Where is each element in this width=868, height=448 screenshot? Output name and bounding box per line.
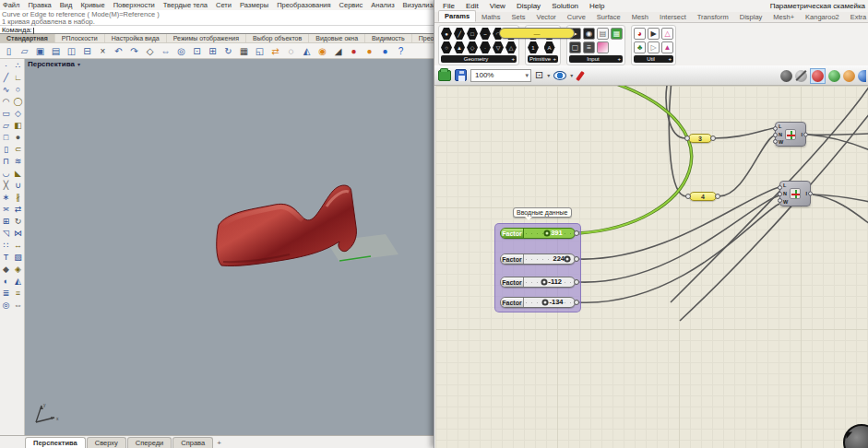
gh-menu-edit[interactable]: Edit — [466, 2, 479, 10]
arc-tool-icon[interactable]: ◠ — [0, 95, 12, 107]
geometry-param-icon[interactable]: · — [480, 41, 491, 53]
fillet-tool-icon[interactable]: ◡ — [0, 167, 12, 179]
jump-out-icon[interactable]: ▷ — [648, 41, 660, 53]
tab-intersect[interactable]: Intersect — [654, 12, 692, 22]
button-icon[interactable]: ▢ — [569, 41, 581, 53]
output-port[interactable] — [710, 136, 716, 141]
gh-menu-help[interactable]: Help — [589, 2, 604, 10]
bench-surface-3d-model[interactable] — [205, 170, 408, 285]
box-tool-icon[interactable]: □ — [0, 131, 12, 143]
pan-icon[interactable]: ⇔ — [159, 44, 172, 57]
dimension-tool-icon[interactable]: ↔ — [12, 239, 24, 251]
number-slider[interactable]: Factor -134 — [500, 297, 576, 308]
geometry-param-icon[interactable]: ○ — [441, 41, 452, 53]
input-port[interactable] — [778, 198, 782, 203]
output-port[interactable] — [574, 256, 579, 262]
offset-tool-icon[interactable]: ≍ — [0, 203, 12, 215]
menu-transform[interactable]: Преобразования — [277, 1, 330, 9]
number-slider[interactable]: Factor 391 — [500, 228, 576, 239]
loft-tool-icon[interactable]: ≋ — [12, 155, 24, 167]
cluster-icon[interactable]: ▲ — [661, 41, 673, 53]
custom-preview-orange-icon[interactable] — [843, 70, 855, 82]
slider-knob[interactable] — [564, 256, 570, 263]
slider-track[interactable]: -134 — [524, 298, 575, 307]
lock-icon[interactable]: ◭ — [300, 44, 314, 57]
slider-track[interactable]: -112 — [524, 277, 575, 287]
custom-preview-blue-icon[interactable] — [858, 70, 866, 82]
join-tool-icon[interactable]: ∪ — [12, 179, 24, 191]
corner-srf-tool-icon[interactable]: ◧ — [12, 119, 24, 131]
canvas-compass-widget[interactable] — [843, 424, 868, 448]
chevron-down-icon[interactable]: ▾ — [547, 72, 550, 78]
split-tool-icon[interactable]: ∦ — [12, 191, 24, 203]
point-light-icon[interactable]: ◉ — [315, 44, 329, 57]
view-tab-front[interactable]: Спереди — [127, 437, 172, 448]
render-icon[interactable]: ● — [347, 44, 361, 57]
zoom-extents-icon[interactable]: ⊞ — [206, 44, 220, 57]
menu-view[interactable]: Вид — [60, 1, 73, 9]
curve-tool-icon[interactable]: ∿ — [0, 83, 12, 95]
tab-vector[interactable]: Vector — [531, 12, 562, 22]
tab-sets[interactable]: Sets — [506, 12, 531, 22]
named-views-icon[interactable]: ▦ — [237, 44, 251, 57]
pan-tool-icon[interactable]: ⇔ — [12, 299, 24, 311]
array-tool-icon[interactable]: ∷ — [0, 239, 12, 251]
grasshopper-canvas[interactable]: Вводные данные Factor 391 Factor 224 Fac… — [435, 86, 868, 448]
hide-icon[interactable]: ◌ — [284, 44, 298, 57]
primitive-group-label[interactable]: Primitive+ — [528, 55, 558, 63]
input-port[interactable] — [685, 194, 691, 199]
geometry-param-icon[interactable]: △ — [505, 41, 517, 53]
input-port[interactable] — [773, 133, 778, 137]
input-group-label[interactable]: Input+ — [569, 55, 623, 63]
galapagos-icon[interactable]: ♣ — [634, 41, 646, 53]
input-port[interactable] — [684, 136, 690, 141]
undo-icon[interactable]: ↶ — [112, 44, 125, 57]
visibility-tool-icon[interactable]: ◐ — [0, 275, 12, 287]
menu-edit[interactable]: Правка — [28, 1, 51, 9]
chevron-down-icon[interactable]: ▾ — [570, 72, 573, 78]
menu-solids[interactable]: Твердые тела — [163, 1, 208, 9]
panel-icon[interactable]: ▤ — [597, 28, 609, 40]
print-icon[interactable]: ▤ — [49, 44, 63, 57]
add-viewport-icon[interactable]: + — [214, 438, 224, 448]
move-tool-icon[interactable]: ⇄ — [12, 203, 24, 215]
text-tool-icon[interactable]: T — [0, 251, 12, 263]
geometry-param-icon[interactable]: ╱ — [454, 28, 465, 40]
tab-kangaroo2[interactable]: Kangaroo2 — [800, 12, 845, 22]
image-sampler-icon[interactable]: ▦ — [611, 28, 623, 40]
explode-tool-icon[interactable]: ∗ — [0, 191, 12, 203]
tab-maths[interactable]: Maths — [476, 12, 505, 22]
component[interactable]: L N W I — [775, 122, 806, 147]
input-port[interactable] — [778, 192, 782, 196]
polygon-tool-icon[interactable]: ◇ — [12, 107, 24, 119]
zoom-window-icon[interactable]: ⊡ — [190, 44, 204, 57]
gh-menu-display[interactable]: Display — [517, 2, 541, 10]
menu-file[interactable]: Файл — [3, 1, 19, 9]
output-port[interactable] — [808, 192, 813, 196]
viewport-layout-icon[interactable]: ◱ — [253, 44, 267, 57]
slider-track[interactable]: 391 — [524, 229, 575, 238]
view-tab-top[interactable]: Сверху — [87, 437, 126, 448]
text-param-icon[interactable]: A — [544, 41, 555, 53]
gh-menu-file[interactable]: File — [443, 2, 455, 10]
output-port[interactable] — [574, 300, 579, 305]
trim-tool-icon[interactable]: ╳ — [0, 179, 12, 191]
geometry-param-icon[interactable]: ~ — [480, 28, 491, 40]
trigger-icon[interactable]: △ — [661, 28, 673, 40]
no-preview-icon[interactable] — [780, 70, 792, 82]
tab-extra[interactable]: Extra — [845, 12, 868, 22]
slider-knob[interactable] — [541, 279, 548, 286]
perspective-viewport[interactable]: Перспектива ▾ — [25, 59, 434, 435]
menu-dimensions[interactable]: Размеры — [240, 1, 268, 9]
input-port[interactable] — [773, 126, 778, 131]
cylinder-tool-icon[interactable]: ▯ — [0, 143, 12, 155]
sketch-marker-icon[interactable] — [577, 70, 588, 81]
zoom-extents-icon[interactable]: ⊡ — [535, 69, 543, 81]
command-prompt[interactable]: Команда: — [0, 26, 434, 34]
output-port[interactable] — [574, 279, 579, 285]
number-param-icon[interactable]: 1 — [528, 41, 539, 53]
copy-tool-icon[interactable]: ⊞ — [0, 215, 12, 227]
component[interactable]: L N W I — [779, 181, 811, 206]
input-port[interactable] — [773, 139, 778, 144]
render-preview-icon[interactable]: ● — [363, 44, 376, 57]
